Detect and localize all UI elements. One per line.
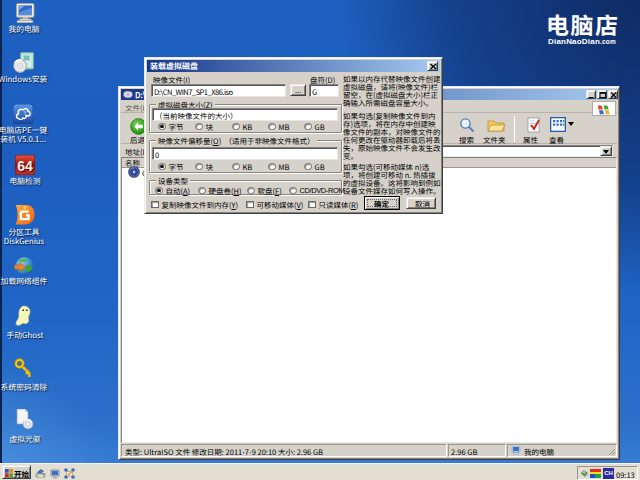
svg-text:64: 64	[17, 158, 33, 174]
